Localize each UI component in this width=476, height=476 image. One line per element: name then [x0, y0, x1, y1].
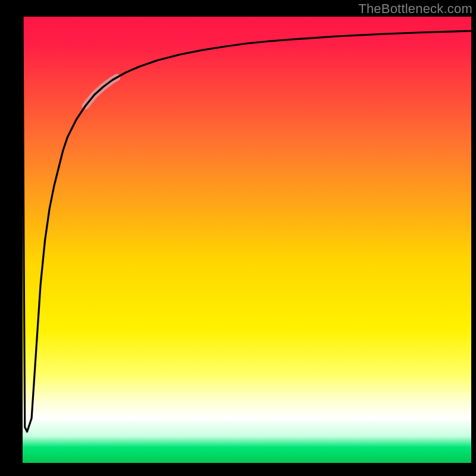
watermark-text: TheBottleneck.com [358, 1, 472, 17]
chart-frame: TheBottleneck.com [0, 0, 476, 476]
plot-background-gradient [23, 17, 471, 463]
bottleneck-chart [0, 0, 476, 476]
